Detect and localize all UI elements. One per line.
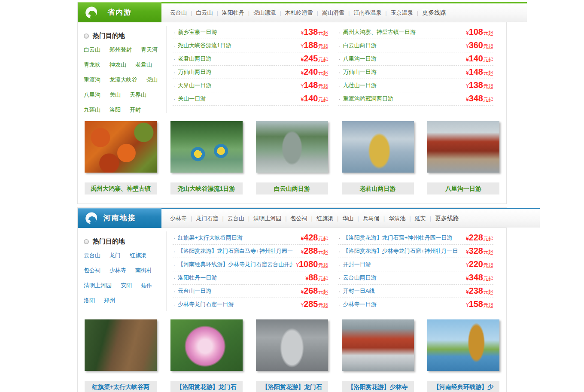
nav-link[interactable]: 江南春温泉 [353, 9, 390, 17]
tour-row[interactable]: · 万仙山一日游 ¥148元起 [338, 66, 494, 79]
destination-link[interactable]: 八里沟 [84, 91, 100, 99]
tour-row[interactable]: · 尧山大峡谷漂流1日游 ¥188元起 [173, 39, 328, 52]
destination-link[interactable]: 九莲山 [84, 106, 100, 114]
nav-link[interactable]: 洛阳牡丹 [222, 9, 253, 17]
section-tab[interactable]: 省内游 [78, 2, 161, 22]
nav-link[interactable]: 玉京温泉 [391, 9, 422, 17]
tour-card-caption[interactable]: 老君山两日游 [342, 182, 414, 194]
tour-title-link[interactable]: 【洛阳赏花游】龙门石窟白马寺+神州牡丹园一 [178, 247, 293, 255]
tour-title-link[interactable]: 九莲山一日游 [343, 82, 377, 89]
tour-card-photo[interactable] [170, 121, 243, 173]
tour-row[interactable]: · 红旗渠+太行大峡谷两日游 ¥428元起 [173, 231, 328, 245]
nav-link[interactable]: 龙门石窟 [196, 215, 227, 222]
tour-card[interactable]: 老君山两日游 [342, 121, 414, 194]
tour-row[interactable]: · 少林寺龙门石窟一日游 ¥285元起 [173, 298, 328, 311]
tour-card-caption[interactable]: 尧山大峡谷漂流1日游 [170, 182, 243, 194]
tour-row[interactable]: · 【洛阳赏花游】少林寺龙门石窟+神州牡丹一日 ¥328元起 [338, 245, 494, 258]
destination-link[interactable]: 关山 [110, 91, 121, 99]
destination-link[interactable]: 洛阳 [84, 297, 95, 304]
more-routes-link[interactable]: 更多线路 [422, 9, 446, 17]
destination-link[interactable]: 青天河 [141, 46, 158, 54]
tour-card-caption[interactable]: 【洛阳赏花游】龙门石 [256, 381, 328, 392]
nav-link[interactable]: 尧山漂流 [253, 9, 285, 17]
destination-link[interactable]: 重渡沟 [84, 76, 100, 84]
tour-title-link[interactable]: 天界山一日游 [178, 82, 211, 89]
tour-row[interactable]: · 重渡沟鸡冠洞两日游 ¥348元起 [338, 92, 494, 106]
tour-card[interactable]: 禹州大鸿寨、神垕古镇 [85, 121, 157, 194]
tour-card-caption[interactable]: 禹州大鸿寨、神垕古镇 [85, 182, 157, 194]
destination-link[interactable]: 尧山 [146, 76, 158, 84]
tour-row[interactable]: · 【洛阳赏花游】龙门石窟+神州牡丹园一日游 ¥228元起 [338, 231, 494, 245]
tour-row[interactable]: · 老君山两日游 ¥245元起 [173, 52, 328, 66]
tour-title-link[interactable]: 开封一日游 [343, 261, 371, 268]
destination-link[interactable]: 焦作 [141, 282, 152, 289]
tour-card-photo[interactable] [256, 319, 328, 371]
destination-link[interactable]: 天界山 [130, 91, 146, 99]
tour-title-link[interactable]: 禹州大鸿寨、神垕古镇一日游 [343, 28, 416, 36]
tour-card-caption[interactable]: 白云山两日游 [256, 182, 328, 194]
tour-row[interactable]: · 白云山两日游 ¥360元起 [338, 39, 494, 52]
tour-title-link[interactable]: 开封一日A线 [343, 287, 375, 295]
destination-link[interactable]: 青龙峡 [84, 61, 100, 69]
tour-title-link[interactable]: 云台山两日游 [343, 274, 377, 282]
tour-row[interactable]: · 新乡宝泉一日游 ¥138元起 [173, 26, 328, 39]
tour-title-link[interactable]: 少林寺龙门石窟一日游 [178, 301, 234, 308]
nav-link[interactable]: 包公祠 [291, 215, 316, 222]
tour-row[interactable]: · 开封一日A线 ¥238元起 [338, 285, 494, 298]
destination-link[interactable]: 安阳 [121, 282, 132, 289]
destination-link[interactable]: 龙潭大峡谷 [110, 76, 137, 84]
destination-link[interactable]: 洛阳 [110, 106, 121, 114]
tour-title-link[interactable]: 白云山两日游 [343, 42, 377, 49]
tour-card[interactable]: 【河南经典环线游】少 [427, 319, 499, 392]
destination-link[interactable]: 包公祠 [84, 267, 100, 274]
tour-title-link[interactable]: 老君山两日游 [178, 55, 211, 63]
tour-card-photo[interactable] [85, 319, 157, 371]
nav-link[interactable]: 延安 [415, 215, 435, 222]
nav-link[interactable]: 木札岭滑雪 [285, 9, 322, 17]
tour-title-link[interactable]: 新乡宝泉一日游 [178, 28, 217, 36]
tour-card-photo[interactable] [342, 319, 414, 371]
tour-title-link[interactable]: 万仙山一日游 [343, 68, 377, 76]
tour-row[interactable]: · 少林寺一日游 ¥158元起 [338, 298, 494, 311]
destination-link[interactable]: 郑州登封 [110, 46, 132, 54]
nav-link[interactable]: 华山 [342, 215, 362, 222]
tour-card-photo[interactable] [427, 121, 499, 173]
tour-row[interactable]: · 洛阳牡丹一日游 ¥88元起 [173, 271, 328, 285]
tour-row[interactable]: · 开封一日游 ¥220元起 [338, 258, 494, 271]
tour-row[interactable]: · 九莲山一日游 ¥138元起 [338, 79, 494, 92]
tour-card-caption[interactable]: 【河南经典环线游】少 [427, 381, 499, 392]
tour-row[interactable]: · 关山一日游 ¥140元起 [173, 92, 328, 106]
nav-link[interactable]: 白云山 [196, 9, 222, 17]
nav-link[interactable]: 清明上河园 [253, 215, 290, 222]
tour-title-link[interactable]: 【洛阳赏花游】少林寺龙门石窟+神州牡丹一日 [343, 247, 458, 255]
tour-card-photo[interactable] [85, 121, 157, 173]
tour-card-photo[interactable] [427, 319, 499, 371]
destination-link[interactable]: 郑州 [104, 297, 115, 304]
destination-link[interactable]: 龙门 [110, 252, 121, 259]
tour-row[interactable]: · 八里沟一日游 ¥140元起 [338, 52, 494, 66]
tour-card-caption[interactable]: 八里沟一日游 [427, 182, 499, 194]
nav-link[interactable]: 云台山 [170, 9, 196, 17]
tour-card-photo[interactable] [170, 319, 243, 371]
tour-card-caption[interactable]: 【洛阳赏花游】少林寺 [342, 381, 414, 392]
more-routes-link[interactable]: 更多线路 [435, 215, 459, 222]
destination-link[interactable]: 开封 [130, 106, 141, 114]
tour-row[interactable]: · 【洛阳赏花游】龙门石窟白马寺+神州牡丹园一 ¥288元起 [173, 245, 328, 258]
tour-title-link[interactable]: 【河南经典环线游】少林寺龙门石窟云台山开封 [178, 261, 293, 268]
tour-row[interactable]: · 云台山两日游 ¥348元起 [338, 271, 494, 285]
nav-link[interactable]: 兵马俑 [363, 215, 389, 222]
tour-title-link[interactable]: 红旗渠+太行大峡谷两日游 [178, 234, 243, 242]
destination-link[interactable]: 清明上河园 [84, 282, 112, 289]
tour-title-link[interactable]: 洛阳牡丹一日游 [178, 274, 217, 282]
tour-row[interactable]: · 万仙山两日游 ¥240元起 [173, 66, 328, 79]
nav-link[interactable]: 华清池 [389, 215, 414, 222]
tour-card-photo[interactable] [342, 121, 414, 173]
tour-title-link[interactable]: 八里沟一日游 [343, 55, 377, 63]
tour-row[interactable]: · 【河南经典环线游】少林寺龙门石窟云台山开封 ¥1080元起 [173, 258, 328, 271]
tour-title-link[interactable]: 万仙山两日游 [178, 68, 211, 76]
tour-title-link[interactable]: 尧山大峡谷漂流1日游 [178, 42, 231, 49]
destination-link[interactable]: 少林寺 [110, 267, 126, 274]
tour-card-caption[interactable]: 红旗渠+太行大峡谷两 [85, 381, 157, 392]
destination-link[interactable]: 红旗渠 [130, 252, 146, 259]
tour-title-link[interactable]: 关山一日游 [178, 95, 206, 103]
